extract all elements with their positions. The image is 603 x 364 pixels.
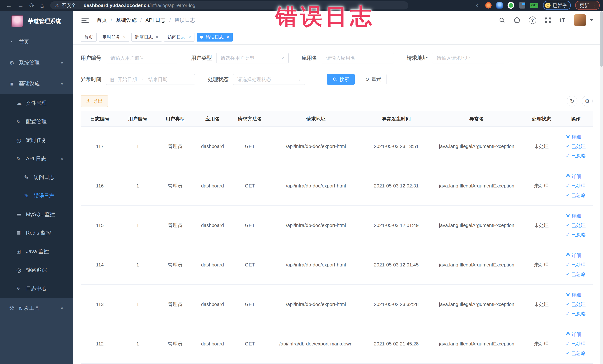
sidebar-item-config-management[interactable]: ✎配置管理 (0, 112, 73, 131)
user-id-field[interactable] (106, 53, 178, 63)
action-详细[interactable]: 详细 (566, 292, 581, 298)
action-详细[interactable]: 详细 (566, 134, 581, 140)
action-已忽略[interactable]: ✓已忽略 (566, 232, 586, 238)
cell-time: 2021-05-03 12:02:31 (363, 166, 429, 206)
breadcrumb-item[interactable]: API 日志 (146, 17, 166, 24)
process-status-field[interactable]: 请选择处理状态∨ (233, 74, 305, 85)
cell-user_id: 1 (119, 206, 156, 245)
check-icon: ✓ (566, 271, 570, 277)
sidebar-toggle-icon[interactable] (81, 16, 89, 24)
sidebar-item-infrastructure[interactable]: ▣基础设施∧ (0, 73, 73, 94)
sidebar-item-trace[interactable]: ◎链路追踪 (0, 261, 73, 279)
sidebar-item-file-management[interactable]: ☁文件管理 (0, 94, 73, 112)
user-type-field[interactable]: 请选择用户类型∨ (216, 53, 289, 63)
refresh-button[interactable]: ↻ (567, 96, 577, 106)
column-settings-button[interactable]: ⚙ (582, 96, 593, 106)
close-icon[interactable]: × (188, 35, 191, 40)
extension-icon-orange[interactable] (485, 2, 492, 9)
update-button[interactable]: 更新 ⋮ (575, 1, 600, 10)
action-已忽略[interactable]: ✓已忽略 (566, 192, 586, 199)
check-icon: ✓ (566, 311, 570, 317)
search-button[interactable]: 搜索 (327, 74, 355, 85)
close-icon[interactable]: × (227, 35, 229, 40)
home-icon[interactable]: ⌂ (40, 2, 44, 9)
reload-icon[interactable]: ⟳ (29, 2, 35, 9)
tab-调度日志[interactable]: 调度日志× (131, 33, 162, 42)
action-详细[interactable]: 详细 (566, 252, 581, 259)
git-extension-icon[interactable]: GIT (530, 3, 538, 8)
github-icon[interactable] (514, 17, 520, 23)
action-详细[interactable]: 详细 (566, 173, 581, 180)
fullscreen-icon[interactable] (545, 17, 551, 23)
app-name-field[interactable] (322, 53, 394, 63)
sidebar-item-api-log[interactable]: ✎API 日志∧ (0, 150, 73, 168)
cell-method: GET (231, 324, 269, 364)
tab-访问日志[interactable]: 访问日志× (164, 33, 195, 42)
action-已处理[interactable]: ✓已处理 (566, 262, 586, 268)
action-详细[interactable]: 详细 (566, 213, 581, 219)
toolbox-icon: ⚒ (9, 305, 18, 312)
vue-devtools-icon[interactable] (508, 2, 514, 9)
paused-badge[interactable]: ☺ 已暂停 (543, 1, 571, 10)
sidebar-item-home[interactable]: ◔首页 (0, 32, 73, 52)
edit-icon: ✎ (16, 118, 25, 125)
search-icon[interactable] (499, 17, 505, 23)
extension-icon-grid[interactable] (519, 2, 525, 9)
reset-label: 重置 (371, 76, 381, 83)
extension-icon-shield[interactable] (496, 2, 503, 9)
action-已忽略[interactable]: ✓已忽略 (566, 311, 586, 317)
back-icon[interactable]: ← (6, 2, 12, 9)
tab-label: 定时任务 (102, 34, 120, 40)
scrollbar-thumb[interactable] (600, 11, 603, 67)
action-已忽略[interactable]: ✓已忽略 (566, 350, 586, 357)
sidebar-item-log-center[interactable]: ✎日志中心 (0, 279, 73, 298)
page-scrollbar[interactable] (600, 11, 603, 364)
extension-tray: ☆ GIT ☺ 已暂停 更新 ⋮ (470, 1, 600, 10)
browser-menu-icon[interactable]: ⋮ (591, 2, 597, 9)
check-icon: ✓ (566, 223, 570, 228)
action-已忽略[interactable]: ✓已忽略 (566, 153, 586, 159)
action-已处理[interactable]: ✓已处理 (566, 222, 586, 229)
reset-button[interactable]: ↻重置 (360, 74, 386, 85)
action-已处理[interactable]: ✓已处理 (566, 301, 586, 308)
cell-time: 2021-05-03 12:01:45 (363, 245, 429, 285)
address-bar[interactable]: ⚠ 不安全 dashboard.yudao.iocoder.cn /infra/… (50, 1, 408, 10)
help-icon[interactable]: ? (529, 16, 536, 24)
breadcrumb-item[interactable]: 首页 (97, 17, 107, 24)
sidebar-item-redis-monitor[interactable]: ≣Redis 监控 (0, 224, 73, 242)
sidebar-item-dev-tools[interactable]: ⚒研发工具∨ (0, 298, 73, 318)
request-url-input[interactable] (436, 55, 500, 61)
exception-time-field[interactable]: ▦开始日期-结束日期 (106, 74, 195, 85)
close-icon[interactable]: × (123, 35, 126, 40)
app-name-input[interactable] (326, 55, 390, 61)
breadcrumb-item[interactable]: 基础设施 (116, 17, 137, 24)
avatar[interactable] (574, 14, 586, 26)
sidebar-item-access-log[interactable]: ✎访问日志 (0, 168, 73, 187)
action-已处理[interactable]: ✓已处理 (566, 341, 586, 347)
check-icon: ✓ (566, 143, 570, 149)
sidebar-item-system-management[interactable]: ⚙系统管理∨ (0, 52, 73, 73)
font-size-icon[interactable]: tT (560, 17, 565, 23)
action-已忽略[interactable]: ✓已忽略 (566, 271, 586, 278)
sidebar-item-scheduled-tasks[interactable]: ◴定时任务 (0, 131, 73, 150)
request-url-field[interactable] (432, 53, 504, 63)
sidebar-item-error-log[interactable]: ✎错误日志 (0, 187, 73, 205)
tab-错误日志[interactable]: 错误日志× (197, 33, 233, 42)
close-icon[interactable]: × (156, 35, 158, 40)
forward-icon[interactable]: → (17, 2, 24, 9)
eye-icon (566, 292, 570, 298)
sidebar-item-mysql-monitor[interactable]: ▤MySQL 监控 (0, 205, 73, 224)
user-id-input[interactable] (110, 55, 174, 61)
bookmark-star-icon[interactable]: ☆ (475, 2, 480, 9)
tab-定时任务[interactable]: 定时任务× (99, 33, 129, 42)
check-icon: ✓ (566, 183, 570, 189)
action-已处理[interactable]: ✓已处理 (566, 143, 586, 150)
action-已处理[interactable]: ✓已处理 (566, 183, 586, 189)
submenu-infrastructure: ☁文件管理✎配置管理◴定时任务✎API 日志∧✎访问日志✎错误日志▤MySQL … (0, 94, 73, 298)
action-详细[interactable]: 详细 (566, 331, 581, 338)
export-button[interactable]: 导出 (81, 95, 108, 107)
chevron-down-icon[interactable] (590, 19, 593, 21)
tab-首页[interactable]: 首页 (81, 33, 97, 42)
sidebar-item-java-monitor[interactable]: ⊞Java 监控 (0, 242, 73, 261)
cell-status: 未处理 (524, 166, 559, 206)
